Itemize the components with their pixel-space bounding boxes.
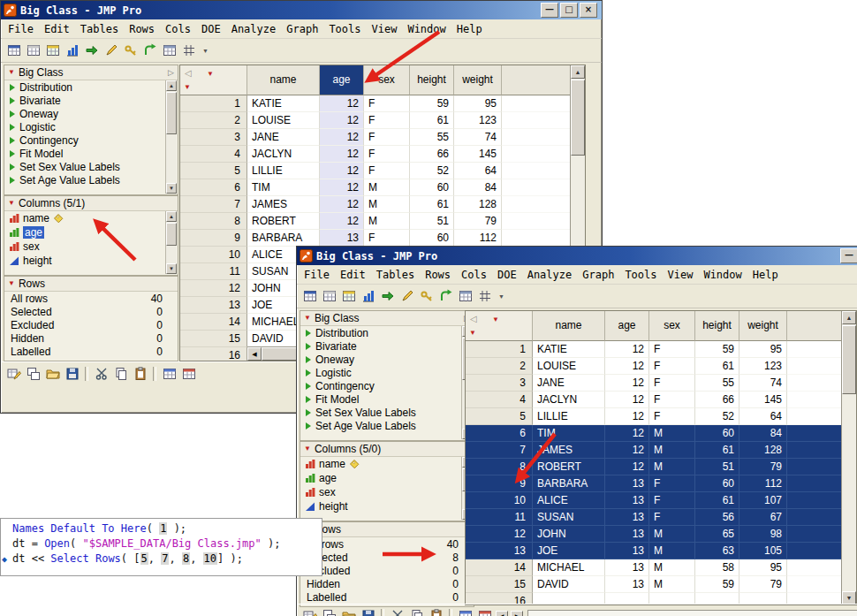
- row-number[interactable]: 16: [180, 347, 247, 361]
- analysis-item-contingency[interactable]: Contingency: [5, 133, 166, 147]
- cell-age[interactable]: 12: [320, 179, 364, 196]
- scroll-thumb[interactable]: [842, 325, 856, 394]
- menu-help[interactable]: Help: [451, 21, 488, 37]
- cell-age[interactable]: 13: [320, 230, 364, 247]
- cell-age[interactable]: 12: [605, 375, 649, 392]
- cell-weight[interactable]: 64: [454, 163, 502, 179]
- folder-open-icon[interactable]: [44, 366, 61, 383]
- cell-weight[interactable]: 145: [739, 392, 787, 408]
- toolbar-overflow-chevron[interactable]: ▼: [498, 293, 504, 300]
- columns-panel-header[interactable]: ▼ Columns (5/0): [300, 442, 474, 457]
- analysis-item-logistic[interactable]: Logistic: [301, 366, 462, 379]
- minimize-button[interactable]: —: [541, 3, 558, 18]
- row-number[interactable]: 10: [466, 492, 533, 509]
- cell-name[interactable]: JOE: [533, 543, 605, 559]
- column-item-height[interactable]: height: [301, 499, 462, 513]
- blue-table-icon[interactable]: [5, 42, 22, 59]
- titlebar[interactable]: Big Class - JMP Pro —□×: [1, 1, 602, 19]
- menu-doe[interactable]: DOE: [492, 267, 522, 283]
- cell-sex[interactable]: M: [364, 196, 410, 213]
- cell-sex[interactable]: M: [649, 576, 695, 593]
- analysis-item-fit-model[interactable]: Fit Model: [301, 392, 462, 406]
- table-panel-header[interactable]: ▼ Big Class ▷: [4, 65, 178, 80]
- cell-sex[interactable]: F: [364, 112, 410, 129]
- cell-age[interactable]: 12: [605, 341, 649, 358]
- cell-age[interactable]: 12: [320, 129, 364, 146]
- column-item-height[interactable]: height: [5, 254, 166, 268]
- bar-chart-icon[interactable]: [360, 288, 376, 305]
- table-plus-icon[interactable]: [161, 42, 178, 59]
- analysis-item-set-sex-value-labels[interactable]: Set Sex Value Labels: [5, 160, 166, 173]
- cell-weight[interactable]: 67: [739, 509, 787, 526]
- elbow-arrow-icon[interactable]: [437, 288, 454, 305]
- script-line[interactable]: dt = Open( "$SAMPLE_DATA/Big Class.jmp" …: [1, 536, 322, 551]
- menu-tools[interactable]: Tools: [619, 267, 662, 283]
- cell-name[interactable]: JACLYN: [533, 392, 605, 408]
- cell-name[interactable]: KATIE: [533, 341, 605, 358]
- plain-table-icon[interactable]: [321, 288, 337, 305]
- blue-table-icon[interactable]: [301, 288, 318, 305]
- cell-height[interactable]: 61: [695, 442, 739, 459]
- cell-age[interactable]: 13: [605, 475, 649, 492]
- menu-edit[interactable]: Edit: [39, 21, 75, 37]
- red-grid-icon[interactable]: [180, 366, 197, 383]
- cell-sex[interactable]: M: [364, 179, 410, 196]
- cell-weight[interactable]: 79: [454, 213, 502, 230]
- analysis-item-fit-model[interactable]: Fit Model: [5, 147, 166, 160]
- cell-name[interactable]: JAMES: [247, 196, 320, 213]
- menu-rows[interactable]: Rows: [420, 267, 456, 283]
- green-arrow-icon[interactable]: [83, 42, 100, 59]
- menu-help[interactable]: Help: [747, 267, 784, 283]
- red-triangle-hotspot-icon[interactable]: ▼: [8, 69, 15, 76]
- row-number[interactable]: 12: [180, 280, 247, 297]
- cell-height[interactable]: 61: [695, 358, 739, 375]
- row-number[interactable]: 5: [180, 163, 247, 179]
- cell-age[interactable]: 12: [320, 95, 364, 112]
- table-copy-icon[interactable]: [25, 366, 42, 383]
- cell-name[interactable]: LOUISE: [533, 358, 605, 375]
- cell-sex[interactable]: F: [649, 509, 695, 526]
- row-number[interactable]: 4: [180, 146, 247, 163]
- analysis-item-set-age-value-labels[interactable]: Set Age Value Labels: [301, 419, 462, 432]
- menu-tables[interactable]: Tables: [75, 21, 124, 37]
- cell-height[interactable]: 55: [695, 375, 739, 392]
- scroll-down-button[interactable]: ▼: [166, 263, 177, 274]
- column-item-age[interactable]: age: [301, 471, 462, 485]
- cell-height[interactable]: 52: [695, 408, 739, 425]
- analysis-item-bivariate[interactable]: Bivariate: [5, 94, 166, 107]
- cell-age[interactable]: 13: [605, 576, 649, 593]
- cell-height[interactable]: 51: [695, 459, 739, 475]
- cell-age[interactable]: 12: [320, 112, 364, 129]
- menu-file[interactable]: File: [3, 21, 39, 37]
- scroll-down-button[interactable]: ▼: [166, 183, 177, 194]
- cell-name[interactable]: BARBARA: [247, 230, 320, 247]
- column-item-name[interactable]: name: [5, 211, 166, 225]
- plain-table-icon[interactable]: [25, 42, 42, 59]
- cell-height[interactable]: 60: [695, 475, 739, 492]
- menu-graph[interactable]: Graph: [577, 267, 619, 283]
- cell-height[interactable]: 59: [695, 341, 739, 358]
- cell-weight[interactable]: 112: [454, 230, 502, 247]
- cell-age[interactable]: 12: [605, 442, 649, 459]
- cell-height[interactable]: 52: [410, 163, 454, 179]
- scroll-up-button[interactable]: ▲: [166, 211, 177, 222]
- row-number[interactable]: 7: [466, 442, 533, 459]
- green-arrow-icon[interactable]: [379, 288, 396, 305]
- cell-age[interactable]: 12: [320, 196, 364, 213]
- row-number[interactable]: 15: [466, 576, 533, 593]
- cell-name[interactable]: ALICE: [533, 492, 605, 509]
- row-number[interactable]: 14: [180, 314, 247, 331]
- red-grid-icon[interactable]: [476, 608, 493, 616]
- cell-height[interactable]: 55: [410, 129, 454, 146]
- cell-name[interactable]: ROBERT: [247, 213, 320, 230]
- row-number[interactable]: 1: [466, 341, 533, 358]
- grid-corner[interactable]: ◁▼▼: [466, 311, 533, 341]
- cell-sex[interactable]: M: [649, 526, 695, 543]
- cell-name[interactable]: LOUISE: [247, 112, 320, 129]
- row-number[interactable]: 9: [466, 475, 533, 492]
- panel-scrollbar[interactable]: ▲ ▼: [165, 80, 177, 194]
- cell-age[interactable]: 12: [605, 425, 649, 442]
- key-icon[interactable]: [418, 288, 435, 305]
- copy-pages-icon[interactable]: [112, 366, 129, 383]
- red-triangle-hotspot-icon[interactable]: ▼: [8, 200, 15, 207]
